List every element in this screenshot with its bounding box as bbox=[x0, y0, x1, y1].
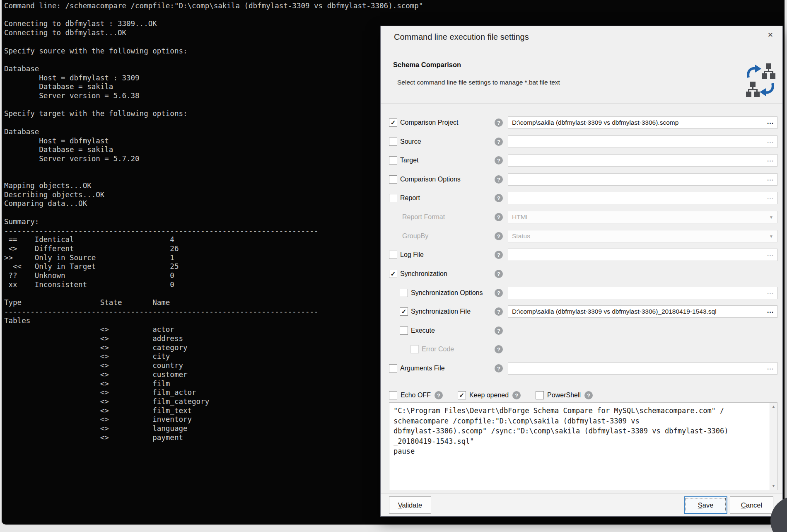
label-execute: Execute bbox=[411, 327, 435, 334]
checkbox-source[interactable] bbox=[389, 138, 397, 146]
checkbox-arguments-file[interactable] bbox=[389, 364, 397, 372]
row-comparison-options: Comparison Options?… bbox=[381, 173, 782, 186]
dialog-titlebar[interactable]: Command line execution file settings ✕ bbox=[381, 26, 782, 48]
row-groupby: GroupBy?Status▼ bbox=[381, 230, 782, 242]
help-icon[interactable]: ? bbox=[435, 391, 443, 399]
label-echo-off: Echo OFF bbox=[401, 392, 431, 399]
checkbox-echo-off[interactable] bbox=[389, 391, 397, 399]
row-target: Target?… bbox=[381, 154, 782, 167]
label-log-file: Log File bbox=[400, 251, 424, 259]
help-icon[interactable]: ? bbox=[495, 326, 503, 335]
help-icon[interactable]: ? bbox=[495, 213, 503, 221]
label-target: Target bbox=[400, 157, 418, 164]
help-icon[interactable]: ? bbox=[495, 194, 503, 202]
save-button[interactable]: Save bbox=[684, 496, 727, 514]
label-synchronization-file: Synchronization File bbox=[411, 308, 471, 315]
help-icon[interactable]: ? bbox=[495, 270, 503, 278]
field-synchronization-options[interactable]: … bbox=[508, 287, 777, 299]
close-icon[interactable]: ✕ bbox=[768, 31, 773, 39]
checkbox-keep-opened[interactable]: ✓ bbox=[458, 391, 466, 399]
scroll-up-icon[interactable]: ▲ bbox=[770, 403, 777, 410]
select-value: HTML bbox=[512, 213, 529, 221]
field-synchronization-file[interactable]: D:\comp\sakila (dbfmylast-3309 vs dbfmyl… bbox=[508, 305, 777, 318]
label-comparison-project: Comparison Project bbox=[400, 119, 459, 126]
dialog-button-bar: Validate Save Cancel ⋰ bbox=[381, 493, 782, 516]
scroll-down-icon[interactable]: ▼ bbox=[770, 482, 777, 490]
browse-button[interactable]: … bbox=[767, 249, 774, 259]
field-comparison-project[interactable]: D:\comp\sakila (dbfmylast-3309 vs dbfmyl… bbox=[508, 116, 777, 129]
select-groupby: Status▼ bbox=[508, 230, 777, 242]
checkbox-error-code bbox=[410, 345, 419, 353]
validate-button[interactable]: Validate bbox=[389, 496, 431, 514]
browse-button[interactable]: … bbox=[767, 192, 774, 203]
help-icon[interactable]: ? bbox=[512, 391, 521, 399]
dialog-command-line-settings: Command line execution file settings ✕ S… bbox=[380, 26, 783, 517]
checkbox-comparison-project[interactable]: ✓ bbox=[389, 118, 397, 127]
checkbox-execute[interactable] bbox=[400, 326, 408, 335]
select-report-format: HTML▼ bbox=[508, 211, 777, 223]
checkbox-report[interactable] bbox=[389, 194, 397, 202]
help-icon[interactable]: ? bbox=[495, 307, 503, 316]
label-keep-opened: Keep opened bbox=[469, 392, 509, 399]
row-synchronization-options: Synchronization Options?… bbox=[381, 287, 782, 299]
browse-button[interactable]: … bbox=[767, 305, 774, 316]
help-icon[interactable]: ? bbox=[495, 156, 503, 164]
browse-button[interactable]: … bbox=[767, 154, 774, 165]
checkbox-target[interactable] bbox=[389, 156, 397, 164]
label-error-code: Error Code bbox=[422, 346, 454, 353]
header-divider bbox=[381, 103, 782, 104]
cancel-button[interactable]: Cancel bbox=[730, 496, 773, 514]
row-arguments-file: Arguments File?… bbox=[381, 362, 782, 375]
checkbox-comparison-options[interactable] bbox=[389, 175, 397, 184]
dialog-description: Select command line file settings to man… bbox=[397, 79, 560, 86]
field-source[interactable]: … bbox=[508, 135, 777, 148]
field-log-file[interactable]: … bbox=[508, 249, 777, 261]
help-icon[interactable]: ? bbox=[495, 138, 503, 146]
label-comparison-options: Comparison Options bbox=[400, 176, 461, 183]
select-value: Status bbox=[512, 232, 530, 240]
help-icon[interactable]: ? bbox=[495, 175, 503, 184]
help-icon[interactable]: ? bbox=[495, 118, 503, 127]
row-source: Source?… bbox=[381, 135, 782, 148]
label-report: Report bbox=[400, 194, 420, 202]
checkbox-powershell[interactable] bbox=[536, 391, 544, 399]
desktop: Command line: /schemacompare /compfile:"… bbox=[0, 0, 787, 532]
field-target[interactable]: … bbox=[508, 154, 777, 167]
label-arguments-file: Arguments File bbox=[400, 365, 445, 372]
help-icon[interactable]: ? bbox=[495, 364, 503, 372]
row-report-format: Report Format?HTML▼ bbox=[381, 211, 782, 223]
bat-file-text-area[interactable]: "C:\Program Files\Devart\dbForge Schema … bbox=[389, 402, 777, 490]
checkbox-synchronization[interactable]: ✓ bbox=[389, 270, 397, 278]
bat-file-text: "C:\Program Files\Devart\dbForge Schema … bbox=[389, 403, 777, 459]
scrollbar[interactable]: ▲ ▼ bbox=[770, 403, 777, 490]
browse-button[interactable]: … bbox=[767, 362, 774, 373]
browse-button[interactable]: … bbox=[767, 116, 774, 127]
help-icon[interactable]: ? bbox=[495, 232, 503, 240]
field-value: D:\comp\sakila (dbfmylast-3309 vs dbfmyl… bbox=[512, 308, 717, 315]
chevron-down-icon: ▼ bbox=[769, 215, 773, 220]
row-error-code: Error Code? bbox=[381, 343, 782, 355]
dialog-title: Command line execution file settings bbox=[394, 32, 529, 42]
browse-button[interactable]: … bbox=[767, 287, 774, 297]
checkbox-log-file[interactable] bbox=[389, 251, 397, 259]
checkbox-synchronization-options[interactable] bbox=[400, 289, 408, 297]
field-arguments-file[interactable]: … bbox=[508, 362, 777, 375]
schema-comparison-heading: Schema Comparison bbox=[393, 61, 461, 69]
field-value: D:\comp\sakila (dbfmylast-3309 vs dbfmyl… bbox=[512, 119, 678, 126]
option-echo-off: Echo OFF? bbox=[389, 391, 443, 399]
label-report-format: Report Format bbox=[402, 213, 445, 221]
help-icon[interactable]: ? bbox=[584, 391, 593, 399]
row-synchronization-file: ✓Synchronization File?D:\comp\sakila (db… bbox=[381, 305, 782, 318]
help-icon[interactable]: ? bbox=[495, 345, 503, 353]
label-source: Source bbox=[400, 138, 421, 145]
row-log-file: Log File?… bbox=[381, 249, 782, 261]
help-icon[interactable]: ? bbox=[495, 289, 503, 297]
bat-options-row: Echo OFF?✓Keep opened?PowerShell? bbox=[389, 389, 593, 401]
browse-button[interactable]: … bbox=[767, 173, 774, 184]
browse-button[interactable]: … bbox=[767, 135, 774, 146]
checkbox-synchronization-file[interactable]: ✓ bbox=[400, 307, 408, 316]
field-report[interactable]: … bbox=[508, 192, 777, 204]
row-comparison-project: ✓Comparison Project?D:\comp\sakila (dbfm… bbox=[381, 116, 782, 129]
help-icon[interactable]: ? bbox=[495, 251, 503, 259]
field-comparison-options[interactable]: … bbox=[508, 173, 777, 186]
